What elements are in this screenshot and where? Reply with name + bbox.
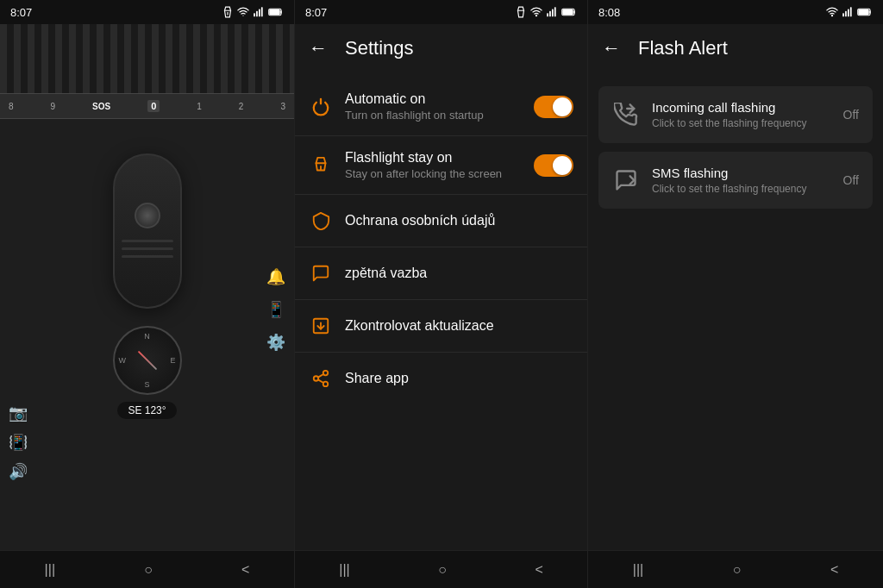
nav-home-p3[interactable]: ○ [733,562,742,578]
setting-feedback[interactable]: zpětná vazba [295,249,587,297]
toggle-knob-2 [553,156,572,175]
compass-needle [137,351,157,371]
settings-gear-icon[interactable]: ⚙️ [266,333,285,352]
svg-rect-13 [563,9,573,14]
divider-3 [295,247,587,247]
sms-status: Off [843,173,859,187]
automatic-on-toggle[interactable] [534,96,573,118]
divider-2 [295,194,587,195]
nav-menu-p1[interactable]: ||| [45,562,55,578]
wifi-icon-p3 [826,6,838,18]
flashlight-icon [309,153,333,178]
nav-back-p2[interactable]: < [535,562,542,578]
main-area-p1: 🔔 📱 ⚙️ N S E W SE 123° 📷 📳 🔊 [0,119,294,550]
camera-off-icon[interactable]: 📷 [9,403,28,422]
flashlight-stay-on-toggle[interactable] [534,154,573,177]
divider-5 [295,352,587,353]
update-icon [309,314,333,338]
nav-menu-p3[interactable]: ||| [633,562,643,578]
feedback-title: zpětná vazba [345,266,573,281]
incoming-call-text: Incoming call flashing Click to set the … [652,100,831,129]
status-bar-p1: 8:07 [0,0,294,24]
panel-settings: 8:07 ← Settings Automatic on Turn on fla… [294,0,588,588]
vibrate-icon[interactable]: 📳 [9,433,28,452]
svg-rect-4 [261,7,263,16]
incoming-call-title: Incoming call flashing [652,100,831,115]
updates-title: Zkontrolovat aktualizace [345,318,573,334]
ruler-1: 1 [197,102,202,111]
settings-list: Automatic on Turn on flashlight on start… [295,72,587,550]
compass-container: N S E W SE 123° [113,326,182,419]
flashlight-status-icon-p2 [515,6,527,18]
grip-1 [122,240,173,242]
svg-rect-26 [850,7,852,16]
compass[interactable]: N S E W [113,326,182,395]
svg-rect-1 [254,13,255,16]
incoming-call-icon [612,101,640,128]
ochrana-title: Ochrana osobních údajů [345,213,573,228]
nav-back-p3[interactable]: < [830,562,838,578]
feedback-text: zpětná vazba [345,266,573,281]
status-icons-p1 [222,6,284,18]
ruler-zero: 0 [147,100,160,112]
svg-rect-6 [270,9,279,14]
side-icons: 🔔 📱 ⚙️ [266,267,285,352]
status-bar-p3: 8:08 [588,0,883,24]
incoming-call-card[interactable]: Incoming call flashing Click to set the … [598,86,873,143]
flashlight-stay-on-text: Flashlight stay on Stay on after locking… [345,150,522,180]
updates-text: Zkontrolovat aktualizace [345,318,573,334]
panel-flashlight: 8:07 8 9 SOS 0 1 2 3 🔔 📱 ⚙️ [0,0,294,588]
setting-flashlight-stay-on[interactable]: Flashlight stay on Stay on after locking… [295,138,587,192]
volume-icon[interactable]: 🔊 [9,462,28,481]
phone-icon[interactable]: 📱 [266,300,285,319]
back-button-p3[interactable]: ← [602,37,621,59]
ruler-sos: SOS [92,102,110,111]
wifi-icon-p2 [530,6,542,18]
compass-reading: SE 123° [117,402,176,419]
bell-icon[interactable]: 🔔 [266,267,285,286]
setting-automatic-on[interactable]: Automatic on Turn on flashlight on start… [295,79,587,134]
svg-point-22 [831,16,832,16]
battery-icon [268,7,284,17]
status-icons-p3 [826,6,873,18]
svg-rect-23 [842,13,844,16]
grill-top [0,24,294,93]
nav-back-p1[interactable]: < [241,562,249,578]
ruler-2: 2 [239,102,244,111]
flashlight-body[interactable] [113,153,182,309]
svg-rect-25 [848,9,849,17]
svg-rect-10 [552,9,554,17]
setting-share[interactable]: Share app [295,354,587,403]
incoming-call-sub: Click to set the flashing frequency [652,117,831,129]
compass-n-label: N [144,332,150,341]
setting-ochrana[interactable]: Ochrana osobních údajů [295,197,587,245]
nav-menu-p2[interactable]: ||| [339,562,349,578]
sms-sub: Click to set the flashing frequency [652,183,831,195]
share-title: Share app [345,371,573,386]
battery-icon-p3 [857,7,873,17]
sms-flashing-card[interactable]: SMS flashing Click to set the flashing f… [598,152,873,209]
nav-bar-p1: ||| ○ < [0,550,294,588]
back-button-p2[interactable]: ← [309,37,328,59]
svg-line-20 [318,379,323,383]
nav-home-p2[interactable]: ○ [438,562,447,578]
svg-rect-8 [547,13,548,16]
feedback-icon [309,261,333,285]
sms-icon [612,166,640,194]
grip-3 [122,255,173,258]
flash-alert-header: ← Flash Alert [588,24,883,72]
wifi-icon [237,6,249,18]
automatic-on-title: Automatic on [345,91,522,107]
settings-title: Settings [345,37,414,59]
ruler-8: 8 [9,102,14,111]
ruler-9: 9 [51,102,56,111]
divider-1 [295,135,587,136]
compass-e-label: E [170,356,175,365]
nav-home-p1[interactable]: ○ [144,562,153,578]
setting-updates[interactable]: Zkontrolovat aktualizace [295,302,587,350]
settings-header: ← Settings [295,24,587,72]
flashlight-lens [135,203,160,228]
ochrana-text: Ochrana osobních údajů [345,213,573,228]
signal-icon-p3 [842,6,854,18]
svg-line-21 [318,374,323,378]
